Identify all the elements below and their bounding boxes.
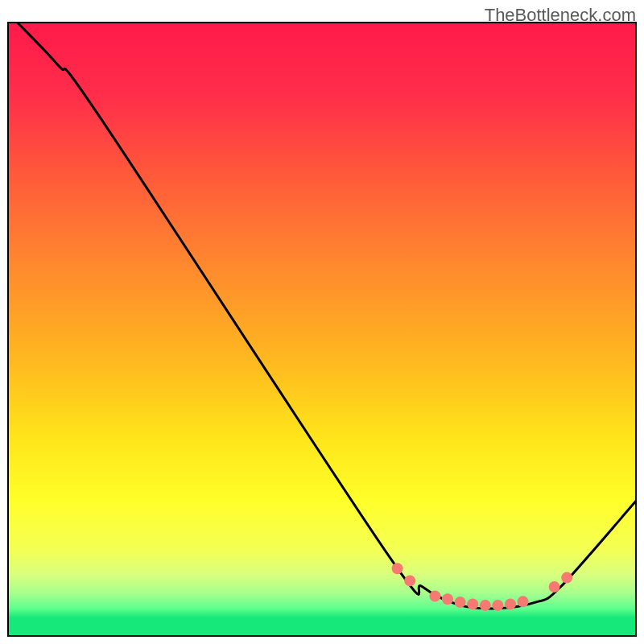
chart-svg xyxy=(0,0,644,644)
data-marker xyxy=(404,575,415,586)
watermark-text: TheBottleneck.com xyxy=(485,5,636,26)
plot-area xyxy=(8,23,636,636)
data-marker xyxy=(518,596,529,607)
data-marker xyxy=(392,563,403,574)
data-marker xyxy=(442,593,453,605)
data-marker xyxy=(505,598,516,609)
data-marker xyxy=(480,600,491,611)
data-marker xyxy=(561,572,572,584)
data-marker xyxy=(455,597,466,608)
chart-container: TheBottleneck.com xyxy=(0,0,644,644)
gradient-background xyxy=(8,23,636,636)
data-marker xyxy=(467,598,478,609)
data-marker xyxy=(549,581,560,592)
data-marker xyxy=(429,590,440,601)
data-marker xyxy=(492,600,503,611)
